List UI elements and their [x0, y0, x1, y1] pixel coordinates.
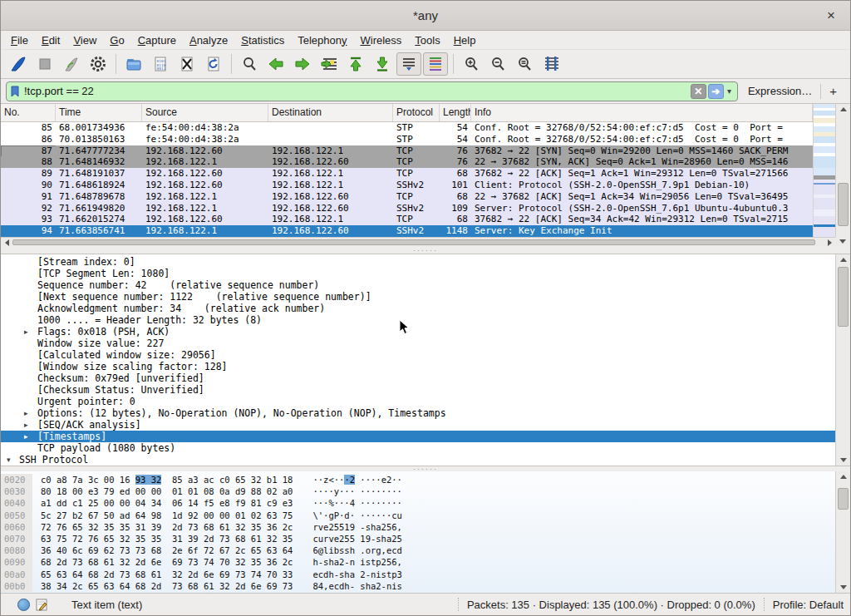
restart-capture-icon[interactable] [59, 52, 84, 76]
detail-line-options[interactable]: ▸Options: (12 bytes), No-Operation (NOP)… [1, 407, 835, 419]
detail-line-seq-ack[interactable]: ▸[SEQ/ACK analysis] [1, 419, 835, 431]
packet-list-hscrollbar[interactable] [1, 237, 835, 247]
detail-line[interactable]: [Stream index: 0] [1, 256, 835, 268]
go-back-icon[interactable] [263, 52, 288, 76]
close-window-button[interactable]: × [822, 7, 840, 25]
status-profile[interactable]: Profile: Default [773, 599, 844, 611]
hex-row[interactable]: 00b038 34 2c 65 63 64 68 2d 73 68 61 32 … [1, 580, 835, 592]
hex-row[interactable]: 006072 76 65 32 35 35 31 39 2d 73 68 61 … [1, 521, 835, 533]
packet-list-vscroll-downarrow[interactable] [835, 237, 850, 247]
reload-file-icon[interactable] [201, 52, 226, 76]
detail-line[interactable]: [Calculated window size: 29056] [1, 349, 835, 361]
hex-row[interactable]: 003080 18 00 e3 79 ed 00 00 01 01 08 0a … [1, 485, 835, 497]
resize-columns-icon[interactable] [539, 52, 563, 76]
packet-row-selected[interactable]: 9471.663856741192.168.122.1192.168.122.6… [1, 225, 813, 237]
packet-row[interactable]: 8670.013850163fe:54:00:d4:38:2aSTP54Conf… [1, 134, 813, 145]
detail-line[interactable]: Urgent pointer: 0 [1, 396, 835, 407]
detail-line[interactable]: [Checksum Status: Unverified] [1, 384, 835, 396]
detail-line[interactable]: TCP payload (1080 bytes) [1, 442, 835, 454]
packet-row[interactable]: 8871.648146932192.168.122.1192.168.122.6… [1, 156, 813, 168]
details-vscrollbar[interactable] [835, 254, 850, 466]
packet-row[interactable]: 8971.648191037192.168.122.60192.168.122.… [1, 168, 813, 180]
menu-file[interactable]: File [4, 32, 35, 48]
col-time[interactable]: Time [56, 104, 142, 121]
find-packet-icon[interactable] [237, 52, 262, 76]
capture-options-icon[interactable] [86, 52, 111, 76]
detail-line[interactable]: [TCP Segment Len: 1080] [1, 268, 835, 279]
detail-line-flags[interactable]: ▸Flags: 0x018 (PSH, ACK) [1, 326, 835, 338]
packet-list-vscrollbar[interactable] [835, 104, 850, 237]
col-length[interactable]: Length [440, 104, 471, 121]
hex-row[interactable]: 007063 75 72 76 65 32 35 35 31 39 2d 73 … [1, 533, 835, 545]
packet-row[interactable]: 8771.647777234192.168.122.60192.168.122.… [1, 145, 813, 157]
detail-line[interactable]: Sequence number: 42 (relative sequence n… [1, 279, 835, 291]
go-to-packet-icon[interactable] [317, 52, 342, 76]
close-file-icon[interactable] [175, 52, 199, 76]
detail-line[interactable]: [Next sequence number: 1122 (relative se… [1, 291, 835, 303]
menu-capture[interactable]: Capture [131, 32, 183, 48]
hex-row[interactable]: 008036 40 6c 69 62 73 73 68 2e 6f 72 67 … [1, 545, 835, 556]
bytes-vscrollbar[interactable] [835, 471, 850, 593]
detail-line-ssh-protocol[interactable]: ▾SSH Protocol [1, 454, 835, 466]
packet-row[interactable]: 8568.001734936fe:54:00:d4:38:2aSTP54Conf… [1, 122, 813, 134]
col-no[interactable]: No. [1, 104, 56, 121]
go-first-icon[interactable] [343, 52, 368, 76]
menu-statistics[interactable]: Statistics [234, 32, 291, 48]
auto-scroll-icon[interactable] [396, 52, 421, 76]
filter-apply-button[interactable]: ➔ [708, 84, 724, 99]
open-file-icon[interactable] [121, 52, 146, 76]
detail-line-timestamps-selected[interactable]: ▸[Timestamps] [1, 431, 835, 442]
hex-row[interactable]: 009068 2d 73 68 61 32 2d 6e 69 73 74 70 … [1, 556, 835, 568]
filter-dropdown-icon[interactable]: ▾ [724, 86, 735, 96]
detail-line[interactable]: Acknowledgment number: 34 (relative ack … [1, 303, 835, 314]
packet-list-minimap[interactable] [813, 104, 835, 247]
detail-line[interactable]: 1000 .... = Header Length: 32 bytes (8) [1, 314, 835, 326]
hex-row[interactable]: 00a065 63 64 68 2d 73 68 61 32 2d 6e 69 … [1, 569, 835, 580]
col-destination[interactable]: Destination [268, 104, 393, 121]
packet-list-header[interactable]: No. Time Source Destination Protocol Len… [1, 104, 813, 122]
save-file-icon[interactable]: 010101100011 [148, 52, 173, 76]
packet-row[interactable]: 9071.648618924192.168.122.60192.168.122.… [1, 180, 813, 191]
detail-line[interactable]: Checksum: 0x79ed [unverified] [1, 372, 835, 384]
capture-comment-icon[interactable] [35, 598, 48, 611]
go-last-icon[interactable] [370, 52, 395, 76]
menu-help[interactable]: Help [447, 32, 483, 48]
menu-view[interactable]: View [66, 32, 103, 48]
add-filter-button[interactable]: + [821, 84, 845, 98]
packet-details-pane: [Stream index: 0] [TCP Segment Len: 1080… [1, 254, 850, 466]
colorize-icon[interactable] [423, 52, 448, 76]
zoom-in-icon[interactable] [459, 52, 484, 76]
toolbar-separator [453, 54, 454, 74]
hex-row[interactable]: 00505c 27 b2 67 50 ad 64 98 1d 92 00 00 … [1, 510, 835, 521]
packet-row[interactable]: 9371.662015274192.168.122.60192.168.122.… [1, 214, 813, 225]
expander-icon: ▸ [24, 419, 36, 431]
stop-capture-icon[interactable] [32, 52, 57, 76]
hex-row[interactable]: 0040a1 dd c1 25 00 00 04 34 06 14 f5 e8 … [1, 497, 835, 509]
menu-edit[interactable]: Edit [35, 32, 66, 48]
start-capture-icon[interactable] [6, 52, 31, 76]
col-info[interactable]: Info [471, 104, 813, 121]
status-field-info: Text item (text) [71, 599, 142, 611]
filter-clear-button[interactable]: ✕ [691, 84, 706, 99]
expression-button[interactable]: Expression… [738, 85, 820, 97]
expert-info-icon[interactable] [17, 599, 30, 611]
menu-telephony[interactable]: Telephony [291, 32, 353, 48]
menu-go[interactable]: Go [103, 32, 130, 48]
go-forward-icon[interactable] [290, 52, 315, 76]
col-source[interactable]: Source [142, 104, 268, 121]
col-protocol[interactable]: Protocol [393, 104, 440, 121]
menu-analyze[interactable]: Analyze [183, 32, 234, 48]
packet-row[interactable]: 9271.661949820192.168.122.1192.168.122.6… [1, 203, 813, 214]
detail-line[interactable]: Window size value: 227 [1, 338, 835, 349]
pane-splitter[interactable]: ······ [1, 247, 850, 254]
display-filter-input[interactable] [21, 85, 689, 97]
menu-wireless[interactable]: Wireless [354, 32, 409, 48]
packet-row[interactable]: 9171.648789678192.168.122.1192.168.122.6… [1, 191, 813, 203]
zoom-reset-icon[interactable] [512, 52, 537, 76]
menu-tools[interactable]: Tools [408, 32, 446, 48]
display-filter-field[interactable]: ✕ ➔ ▾ [6, 81, 738, 101]
hex-row[interactable]: 0020c0 a8 7a 3c 00 16 93 32 85 a3 ac c0 … [1, 474, 835, 485]
detail-line[interactable]: [Window size scaling factor: 128] [1, 361, 835, 372]
filter-bookmark-icon[interactable] [9, 85, 21, 98]
zoom-out-icon[interactable] [485, 52, 510, 76]
